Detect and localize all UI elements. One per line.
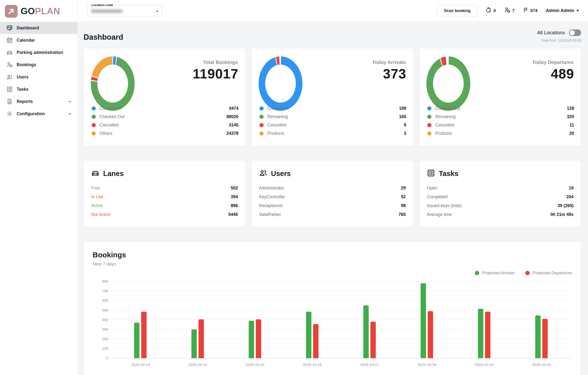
legend-row: Checked Out128 (427, 104, 574, 112)
info-row-value: 52 (401, 194, 406, 200)
legend-value: 3474 (229, 106, 238, 111)
sidebar-item-dashboard[interactable]: Dashboard (0, 22, 77, 34)
bar-projected-departures[interactable] (313, 324, 318, 358)
legend-row: Cancelled3145 (92, 121, 238, 129)
bar-projected-departures[interactable] (370, 322, 376, 358)
info-row-value: 394 (231, 194, 238, 200)
info-row: ValetParker765 (259, 210, 406, 219)
legend-label: Checked Out (435, 106, 460, 111)
info-row-label: Free (91, 186, 100, 191)
bar-projected-arrivals[interactable] (478, 309, 483, 358)
calendar-icon (6, 37, 13, 43)
legend-value: 3145 (229, 123, 238, 128)
flag-count: 674 (530, 8, 537, 13)
stat-card-today-arrivals: Today Arrivals373Checked In199Remaining1… (251, 48, 413, 146)
timer-counter[interactable]: 0 (485, 7, 496, 14)
gear-icon (6, 111, 13, 117)
donut-segment[interactable] (94, 77, 95, 80)
info-card-users: UsersAdministrator29KeyController52Recep… (251, 160, 413, 227)
y-axis-tick: 100 (102, 346, 108, 350)
legend-value: 88020 (226, 114, 238, 119)
scan-booking-button[interactable]: Scan booking (437, 5, 477, 17)
legend-row: Others24378 (92, 129, 238, 138)
y-axis-tick: 600 (102, 298, 108, 302)
info-card-tasks: TasksOpen19Completed204Issued keys (tota… (419, 160, 581, 227)
bar-projected-departures[interactable] (198, 319, 204, 358)
sidebar-item-bookings[interactable]: Bookings (0, 59, 77, 71)
legend-label: Cancelled (99, 123, 119, 128)
info-row-value: 765 (399, 212, 406, 217)
sidebar-item-tasks[interactable]: Tasks (0, 83, 77, 95)
topbar-actions: Scan booking 0 7 (437, 5, 588, 17)
bar-projected-departures[interactable] (256, 319, 261, 358)
bar-projected-arrivals[interactable] (363, 305, 369, 358)
bar-projected-arrivals[interactable] (306, 312, 311, 358)
legend-label: Products (435, 131, 452, 136)
bar-projected-arrivals[interactable] (535, 315, 541, 358)
donut-segment[interactable] (95, 61, 112, 77)
sidebar-item-label: Dashboard (17, 25, 39, 31)
info-row: Administrator29 (259, 184, 406, 192)
location-code-select[interactable]: Location code ▼ (87, 5, 162, 16)
tasks-icon (6, 86, 13, 92)
donut-segment[interactable] (262, 61, 299, 107)
stat-cards-row: Total Bookings119017Checked In3474Checke… (84, 48, 581, 146)
timer-count: 0 (493, 8, 496, 13)
all-locations-toggle[interactable] (569, 29, 581, 36)
sidebar-item-users[interactable]: Users (0, 71, 77, 83)
person-clock-counter[interactable]: 7 (504, 7, 514, 14)
legend-item-arrivals[interactable]: Projected Arrivals (475, 271, 514, 275)
info-row: Free502 (91, 184, 238, 192)
info-card-lanes: LanesFree502In Use394Active896Not Active… (84, 160, 245, 227)
legend-dot (92, 115, 96, 119)
x-axis-tick: 2025-10-20 (532, 362, 551, 367)
legend-label: Remaining (435, 114, 456, 119)
bar-projected-departures[interactable] (485, 312, 490, 358)
sidebar-item-label: Bookings (17, 62, 36, 67)
flag-counter[interactable]: 674 (523, 7, 537, 14)
donut-chart (90, 56, 135, 112)
info-row-value: 19 (569, 186, 574, 191)
legend-dot (427, 115, 431, 119)
donut-segment[interactable] (113, 61, 116, 61)
y-axis-tick: 200 (102, 337, 108, 341)
sidebar-menu: DashboardCalendarParking administrationB… (0, 22, 77, 120)
sidebar-item-reports[interactable]: Reports (0, 95, 77, 108)
app-logo[interactable]: GOPLAN (0, 0, 77, 22)
donut-segment[interactable] (430, 61, 467, 107)
info-row-label: Open (427, 186, 437, 191)
bar-projected-arrivals[interactable] (191, 329, 197, 358)
bar-projected-arrivals[interactable] (249, 321, 254, 358)
legend-label: Checked In (267, 106, 289, 111)
sidebar-item-calendar[interactable]: Calendar (0, 34, 77, 46)
info-row-value: 29 (401, 186, 406, 191)
donut-segment[interactable] (277, 61, 279, 61)
info-row-label: ValetParker (259, 212, 281, 217)
stat-card-title: Today Departures (532, 60, 574, 65)
bar-projected-arrivals[interactable] (134, 323, 139, 358)
y-axis-tick: 300 (102, 327, 108, 331)
bar-projected-departures[interactable] (542, 319, 548, 358)
bar-projected-arrivals[interactable] (421, 283, 426, 358)
bar-projected-departures[interactable] (428, 311, 433, 358)
sidebar-item-configuration[interactable]: Configuration (0, 108, 77, 120)
location-code-label: Location code (90, 3, 114, 7)
info-card-title: Lanes (103, 170, 124, 178)
bar-projected-departures[interactable] (141, 312, 147, 358)
dashboard-icon (6, 25, 13, 31)
legend-dot (259, 106, 264, 111)
legend-value: 165 (399, 114, 406, 119)
legend-row: Checked In199 (259, 104, 406, 112)
legend-label: Remaining (267, 114, 288, 119)
legend-dot (92, 131, 96, 136)
info-row: Open19 (427, 184, 574, 192)
legend-dot (259, 131, 264, 136)
departures-legend-dot (525, 271, 530, 275)
sidebar-item-parking-administration[interactable]: Parking administration (0, 46, 77, 59)
legend-value: 20 (569, 131, 574, 136)
legend-item-departures[interactable]: Projected Departures (525, 271, 572, 275)
donut-segment[interactable] (441, 61, 446, 62)
user-menu[interactable]: Admin Admin (546, 8, 579, 13)
info-card-header: Lanes (91, 169, 238, 178)
tasks-icon (427, 169, 435, 178)
